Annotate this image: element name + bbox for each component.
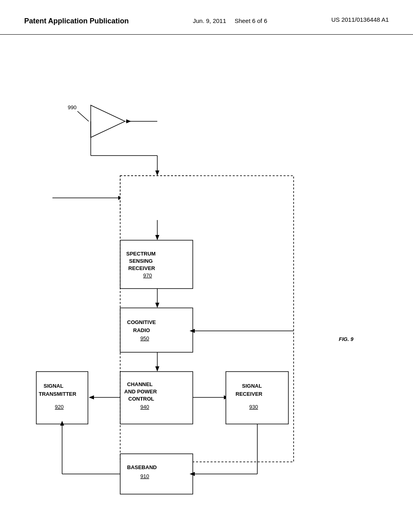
signal-tx-box (36, 372, 88, 424)
channel-label2: AND POWER (124, 389, 157, 395)
spectrum-label3: RECEIVER (128, 265, 155, 271)
publication-title: Patent Application Publication (24, 16, 129, 26)
arrowhead-amplifier-input (126, 119, 131, 123)
amplifier-symbol (91, 105, 125, 137)
arrowhead-channel-tx (89, 395, 94, 399)
svg-line-0 (77, 111, 89, 121)
signal-rx-box (226, 372, 288, 424)
signal-tx-label1: SIGNAL (44, 383, 63, 389)
channel-label1: CHANNEL (127, 381, 153, 387)
cognitive-ref: 950 (140, 335, 149, 341)
spectrum-ref: 970 (143, 272, 152, 278)
signal-tx-label2: TRANSMITTER (39, 391, 77, 397)
cognitive-radio-box (120, 308, 193, 352)
signal-rx-label2: RECEIVER (236, 391, 263, 397)
signal-tx-ref: 920 (55, 404, 64, 410)
publication-date-sheet: Jun. 9, 2011 Sheet 6 of 6 (193, 16, 267, 26)
baseband-ref: 910 (140, 473, 149, 479)
spectrum-sensing-box (120, 240, 193, 289)
page-header: Patent Application Publication Jun. 9, 2… (0, 0, 413, 35)
figure-label: FIG. 9 (339, 336, 354, 342)
channel-label3: CONTROL (128, 396, 154, 402)
cognitive-label2: RADIO (133, 327, 150, 333)
spectrum-label1: SPECTRUM (126, 251, 156, 257)
ref-990: 990 (68, 104, 77, 110)
baseband-box (120, 454, 193, 494)
arrowhead-to-tr (155, 170, 159, 176)
signal-rx-ref: 930 (249, 404, 258, 410)
publication-number: US 2011/0136448 A1 (331, 16, 389, 23)
baseband-label1: BASEBAND (127, 464, 157, 470)
signal-rx-label1: SIGNAL (242, 383, 262, 389)
channel-ref: 940 (140, 404, 149, 410)
cognitive-label1: COGNITIVE (127, 319, 156, 325)
spectrum-label2: SENSING (129, 258, 153, 264)
circuit-diagram: 990 T/R SWITCH 980 SPECTRUM SENSING R (0, 35, 413, 522)
diagram-area: 990 T/R SWITCH 980 SPECTRUM SENSING R (0, 35, 413, 522)
